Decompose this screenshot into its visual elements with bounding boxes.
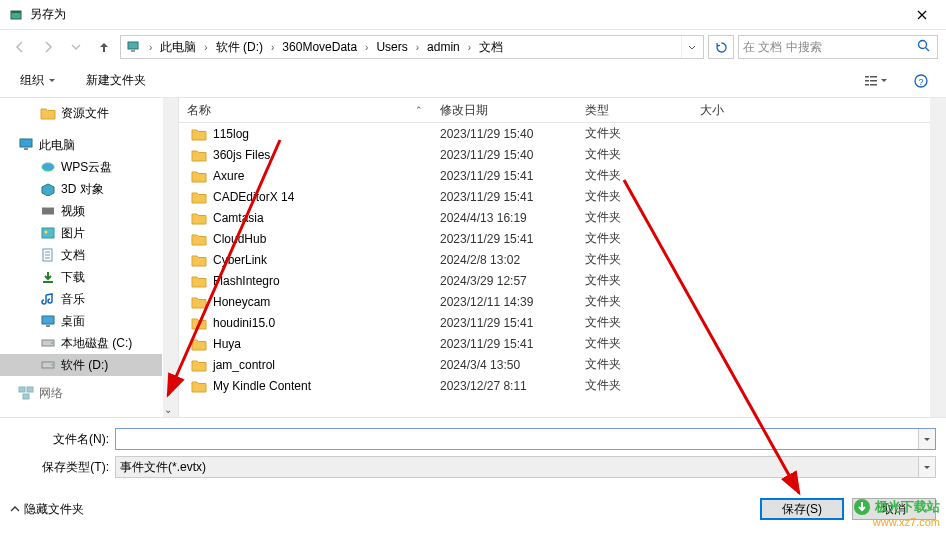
svg-point-26 [51,364,53,366]
file-row[interactable]: Huya2023/11/29 15:41文件夹 [179,333,930,354]
hide-folders-button[interactable]: 隐藏文件夹 [10,501,84,518]
tree-icon [40,357,56,373]
tree-icon [40,335,56,351]
file-name: CyberLink [213,253,267,267]
breadcrumb-dropdown[interactable] [681,36,701,58]
tree-item-9[interactable]: 软件 (D:) [0,354,162,376]
scrollbar-right[interactable] [930,98,946,417]
tree-resources[interactable]: 资源文件 [0,102,162,124]
tree-item-4[interactable]: 文档 [0,244,162,266]
tree-icon [40,291,56,307]
sort-caret-icon: ⌃ [415,105,423,115]
file-row[interactable]: Axure2023/11/29 15:41文件夹 [179,165,930,186]
svg-point-24 [51,342,53,344]
tree-icon [40,203,56,219]
folder-icon [191,379,207,393]
tree-item-0[interactable]: WPS云盘 [0,156,162,178]
file-row[interactable]: Honeycam2023/12/11 14:39文件夹 [179,291,930,312]
chevron-right-icon[interactable]: › [145,42,156,53]
crumb-seg[interactable]: 文档 [475,36,507,58]
file-name: Honeycam [213,295,270,309]
crumb-seg[interactable]: Users [372,36,411,58]
tree-label: 图片 [61,225,85,242]
tree-label: 资源文件 [61,105,109,122]
svg-rect-8 [870,76,877,78]
file-row[interactable]: CADEditorX 142023/11/29 15:41文件夹 [179,186,930,207]
save-button[interactable]: 保存(S) [760,498,844,520]
file-row[interactable]: My Kindle Content2023/12/27 8:11文件夹 [179,375,930,396]
folder-icon [191,316,207,330]
new-folder-button[interactable]: 新建文件夹 [78,68,154,93]
svg-rect-3 [131,50,135,52]
scrollbar-left[interactable] [163,98,179,417]
chevron-right-icon[interactable]: › [412,42,423,53]
search-input[interactable] [743,40,917,54]
chevron-right-icon[interactable]: › [361,42,372,53]
crumb-seg[interactable]: admin [423,36,464,58]
file-row[interactable]: CloudHub2023/11/29 15:41文件夹 [179,228,930,249]
file-type: 文件夹 [577,251,692,268]
folder-icon [191,232,207,246]
tree-item-2[interactable]: 视频 [0,200,162,222]
col-name[interactable]: 名称⌃ [179,98,432,122]
file-row[interactable]: jam_control2024/3/4 13:50文件夹 [179,354,930,375]
tree-item-3[interactable]: 图片 [0,222,162,244]
nav-forward-button[interactable] [36,35,60,59]
file-type: 文件夹 [577,293,692,310]
crumb-seg[interactable]: 软件 (D:) [212,36,267,58]
tree-item-1[interactable]: 3D 对象 [0,178,162,200]
svg-point-4 [919,41,927,49]
file-name: CloudHub [213,232,266,246]
refresh-button[interactable] [708,35,734,59]
help-button[interactable]: ? [908,70,934,92]
nav-back-button[interactable] [8,35,32,59]
cancel-button[interactable]: 取消 [852,498,936,520]
search-box[interactable] [738,35,938,59]
chevron-right-icon[interactable]: › [267,42,278,53]
nav-history-button[interactable] [64,35,88,59]
breadcrumb[interactable]: › 此电脑 › 软件 (D:) › 360MoveData › Users › … [120,35,704,59]
file-row[interactable]: Camtasia2024/4/13 16:19文件夹 [179,207,930,228]
tree-icon [40,159,56,175]
filetype-input[interactable] [116,460,918,474]
tree-item-6[interactable]: 音乐 [0,288,162,310]
tree-thispc[interactable]: 此电脑 [0,134,162,156]
filename-dropdown[interactable] [918,429,935,449]
nav-up-button[interactable] [92,35,116,59]
file-name: Camtasia [213,211,264,225]
file-row[interactable]: FlashIntegro2024/3/29 12:57文件夹 [179,270,930,291]
view-options-button[interactable] [858,71,894,91]
file-row[interactable]: 115log2023/11/29 15:40文件夹 [179,123,930,144]
col-date[interactable]: 修改日期 [432,98,577,122]
file-row[interactable]: CyberLink2024/2/8 13:02文件夹 [179,249,930,270]
close-button[interactable] [899,1,944,29]
tree-item-7[interactable]: 桌面 [0,310,162,332]
file-name: 115log [213,127,249,141]
col-type[interactable]: 类型 [577,98,692,122]
file-date: 2023/12/11 14:39 [432,295,577,309]
tree-icon [40,247,56,263]
filename-input[interactable] [116,432,918,446]
expand-tree-icon[interactable]: ⌄ [164,404,172,415]
file-date: 2023/11/29 15:41 [432,316,577,330]
svg-rect-1 [11,11,21,13]
svg-rect-13 [20,139,32,147]
tree-label: 视频 [61,203,85,220]
crumb-seg[interactable]: 此电脑 [156,36,200,58]
file-row[interactable]: 360js Files2023/11/29 15:40文件夹 [179,144,930,165]
filename-combo[interactable] [115,428,936,450]
filetype-dropdown[interactable] [918,457,935,477]
tree-item-5[interactable]: 下载 [0,266,162,288]
filetype-combo[interactable] [115,456,936,478]
tree-item-8[interactable]: 本地磁盘 (C:) [0,332,162,354]
col-size[interactable]: 大小 [692,98,930,122]
crumb-seg[interactable]: 360MoveData [278,36,361,58]
file-type: 文件夹 [577,272,692,289]
chevron-right-icon[interactable]: › [464,42,475,53]
tree-network[interactable]: 网络 [0,382,162,404]
file-name: Axure [213,169,244,183]
organize-button[interactable]: 组织 [12,68,64,93]
file-row[interactable]: houdini15.02023/11/29 15:41文件夹 [179,312,930,333]
chevron-right-icon[interactable]: › [200,42,211,53]
search-icon[interactable] [917,39,933,55]
